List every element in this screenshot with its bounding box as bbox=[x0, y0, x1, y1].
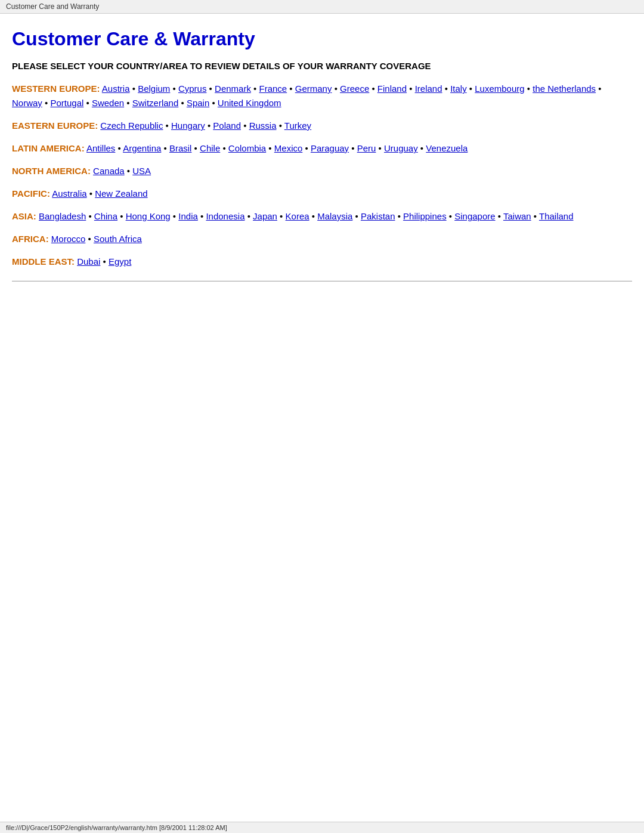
bullet-separator: • bbox=[205, 120, 213, 131]
bullet-separator: • bbox=[395, 211, 404, 221]
bullet-separator: • bbox=[170, 83, 178, 94]
country-link-norway[interactable]: Norway bbox=[12, 98, 42, 108]
region-label-middle-east: MIDDLE EAST: bbox=[12, 256, 75, 267]
country-link-ireland[interactable]: Ireland bbox=[415, 83, 442, 94]
country-link-russia[interactable]: Russia bbox=[249, 120, 277, 131]
country-link-denmark[interactable]: Denmark bbox=[215, 83, 251, 94]
country-link-canada[interactable]: Canada bbox=[93, 166, 125, 176]
country-link-india[interactable]: India bbox=[178, 211, 198, 221]
bullet-separator: • bbox=[100, 256, 109, 267]
region-block-latin-america: LATIN AMERICA: Antilles • Argentina • Br… bbox=[12, 141, 632, 156]
country-link-poland[interactable]: Poland bbox=[213, 120, 241, 131]
country-link-dubai[interactable]: Dubai bbox=[77, 256, 100, 267]
country-link-spain[interactable]: Spain bbox=[187, 98, 209, 108]
bullet-separator: • bbox=[251, 83, 259, 94]
country-link-france[interactable]: France bbox=[259, 83, 287, 94]
country-link-new-zealand[interactable]: New Zealand bbox=[95, 188, 147, 199]
bullet-separator: • bbox=[277, 211, 286, 221]
country-link-luxembourg[interactable]: Luxembourg bbox=[475, 83, 524, 94]
country-link-antilles[interactable]: Antilles bbox=[86, 143, 115, 153]
bullet-separator: • bbox=[241, 120, 249, 131]
country-link-greece[interactable]: Greece bbox=[340, 83, 369, 94]
region-block-asia: ASIA: Bangladesh • China • Hong Kong • I… bbox=[12, 209, 632, 224]
bullet-separator: • bbox=[407, 83, 415, 94]
region-label-pacific: PACIFIC: bbox=[12, 188, 50, 199]
bullet-separator: • bbox=[191, 143, 200, 153]
region-label-africa: AFRICA: bbox=[12, 234, 49, 244]
region-block-africa: AFRICA: Morocco • South Africa bbox=[12, 232, 632, 246]
country-link-singapore[interactable]: Singapore bbox=[454, 211, 495, 221]
country-link-australia[interactable]: Australia bbox=[52, 188, 86, 199]
bullet-separator: • bbox=[115, 143, 123, 153]
country-link-finland[interactable]: Finland bbox=[377, 83, 407, 94]
country-link-chile[interactable]: Chile bbox=[200, 143, 220, 153]
bullet-separator: • bbox=[302, 143, 311, 153]
country-link-thailand[interactable]: Thailand bbox=[539, 211, 574, 221]
country-link-japan[interactable]: Japan bbox=[253, 211, 277, 221]
country-link-egypt[interactable]: Egypt bbox=[109, 256, 131, 267]
country-link-morocco[interactable]: Morocco bbox=[51, 234, 86, 244]
region-label-eastern-europe: EASTERN EUROPE: bbox=[12, 120, 98, 131]
country-link-czech-republic[interactable]: Czech Republic bbox=[100, 120, 163, 131]
page-subtitle: PLEASE SELECT YOUR COUNTRY/AREA TO REVIE… bbox=[12, 61, 632, 71]
country-link-portugal[interactable]: Portugal bbox=[50, 98, 83, 108]
bullet-separator: • bbox=[87, 188, 95, 199]
country-link-sweden[interactable]: Sweden bbox=[92, 98, 124, 108]
country-link-cyprus[interactable]: Cyprus bbox=[178, 83, 207, 94]
bullet-separator: • bbox=[178, 98, 187, 108]
country-link-indonesia[interactable]: Indonesia bbox=[206, 211, 244, 221]
country-link-colombia[interactable]: Colombia bbox=[228, 143, 266, 153]
bullet-separator: • bbox=[496, 211, 503, 221]
country-link-philippines[interactable]: Philippines bbox=[403, 211, 447, 221]
country-link-the-netherlands[interactable]: the Netherlands bbox=[532, 83, 596, 94]
country-link-peru[interactable]: Peru bbox=[357, 143, 376, 153]
country-link-taiwan[interactable]: Taiwan bbox=[503, 211, 531, 221]
bullet-separator: • bbox=[125, 166, 133, 176]
country-link-brasil[interactable]: Brasil bbox=[169, 143, 192, 153]
country-link-south-africa[interactable]: South Africa bbox=[94, 234, 142, 244]
bullet-separator: • bbox=[349, 143, 357, 153]
country-link-usa[interactable]: USA bbox=[132, 166, 151, 176]
country-link-mexico[interactable]: Mexico bbox=[274, 143, 303, 153]
regions-container: WESTERN EUROPE: Austria • Belgium • Cypr… bbox=[12, 82, 632, 269]
country-link-germany[interactable]: Germany bbox=[295, 83, 332, 94]
page-title: Customer Care & Warranty bbox=[12, 28, 632, 50]
country-link-pakistan[interactable]: Pakistan bbox=[361, 211, 395, 221]
bullet-separator: • bbox=[287, 83, 295, 94]
country-link-austria[interactable]: Austria bbox=[102, 83, 130, 94]
region-block-western-europe: WESTERN EUROPE: Austria • Belgium • Cypr… bbox=[12, 82, 632, 110]
country-link-united-kingdom[interactable]: United Kingdom bbox=[218, 98, 281, 108]
country-link-switzerland[interactable]: Switzerland bbox=[132, 98, 179, 108]
country-link-uruguay[interactable]: Uruguay bbox=[384, 143, 418, 153]
country-link-hong-kong[interactable]: Hong Kong bbox=[126, 211, 171, 221]
country-link-venezuela[interactable]: Venezuela bbox=[426, 143, 467, 153]
country-link-paraguay[interactable]: Paraguay bbox=[311, 143, 349, 153]
country-link-turkey[interactable]: Turkey bbox=[284, 120, 311, 131]
bullet-separator: • bbox=[447, 211, 455, 221]
region-block-eastern-europe: EASTERN EUROPE: Czech Republic • Hungary… bbox=[12, 119, 632, 133]
region-block-middle-east: MIDDLE EAST: Dubai • Egypt bbox=[12, 255, 632, 269]
country-link-malaysia[interactable]: Malaysia bbox=[317, 211, 352, 221]
country-link-belgium[interactable]: Belgium bbox=[138, 83, 170, 94]
region-block-pacific: PACIFIC: Australia • New Zealand bbox=[12, 187, 632, 201]
country-link-italy[interactable]: Italy bbox=[450, 83, 467, 94]
bullet-separator: • bbox=[42, 98, 51, 108]
country-link-hungary[interactable]: Hungary bbox=[171, 120, 205, 131]
bullet-separator: • bbox=[220, 143, 228, 153]
country-link-bangladesh[interactable]: Bangladesh bbox=[39, 211, 86, 221]
bullet-separator: • bbox=[531, 211, 539, 221]
country-link-china[interactable]: China bbox=[94, 211, 117, 221]
country-link-korea[interactable]: Korea bbox=[286, 211, 309, 221]
bullet-separator: • bbox=[309, 211, 318, 221]
bullet-separator: • bbox=[86, 211, 94, 221]
bullet-separator: • bbox=[369, 83, 377, 94]
bullet-separator: • bbox=[171, 211, 179, 221]
bullet-separator: • bbox=[376, 143, 384, 153]
country-link-argentina[interactable]: Argentina bbox=[123, 143, 161, 153]
bullet-separator: • bbox=[276, 120, 284, 131]
divider bbox=[12, 281, 632, 281]
region-label-asia: ASIA: bbox=[12, 211, 36, 221]
bullet-separator: • bbox=[418, 143, 426, 153]
region-block-north-america: NORTH AMERICA: Canada • USA bbox=[12, 164, 632, 178]
bullet-separator: • bbox=[206, 83, 215, 94]
